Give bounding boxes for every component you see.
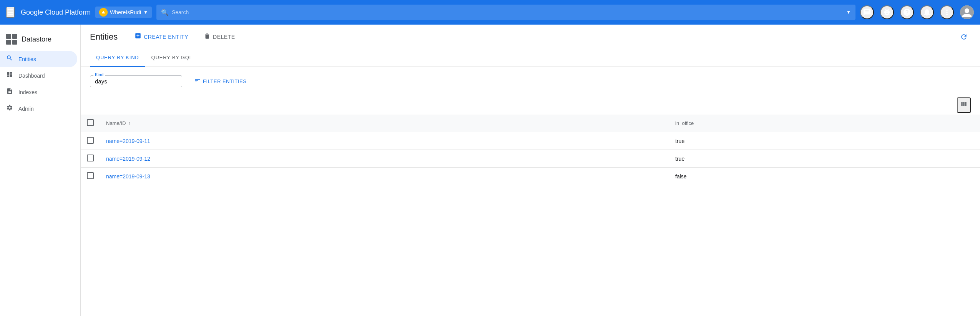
row-name-0[interactable]: name=2019-09-11 bbox=[100, 132, 669, 150]
tab-query-by-gql[interactable]: QUERY BY GQL bbox=[145, 49, 199, 67]
dashboard-icon bbox=[6, 71, 13, 80]
column-header-name[interactable]: Name/ID ↑ bbox=[100, 115, 669, 132]
admin-icon bbox=[6, 104, 13, 113]
kind-value: days bbox=[95, 78, 107, 85]
sidebar-item-dashboard[interactable]: Dashboard bbox=[0, 67, 77, 84]
kind-field[interactable]: Kind days bbox=[90, 75, 182, 87]
page-title: Entities bbox=[90, 32, 118, 42]
tab-query-by-kind[interactable]: QUERY BY KIND bbox=[90, 49, 145, 67]
feedback-icon[interactable] bbox=[860, 5, 874, 19]
nav-left: ☰ Google Cloud Platform bbox=[6, 7, 91, 18]
project-name: WhereIsRudi bbox=[110, 9, 141, 15]
table-row: name=2019-09-13 false bbox=[81, 168, 980, 185]
help-icon[interactable] bbox=[900, 5, 914, 19]
column-chooser-row bbox=[81, 96, 980, 115]
row-in-office-2: false bbox=[669, 168, 980, 185]
main-content: Entities CREATE ENTITY DELETE QUERY BY K… bbox=[81, 25, 980, 316]
sidebar-item-indexes-label: Indexes bbox=[18, 89, 37, 95]
delete-icon bbox=[204, 33, 211, 41]
search-input[interactable] bbox=[172, 9, 843, 15]
hamburger-button[interactable]: ☰ bbox=[6, 7, 15, 18]
nav-right bbox=[860, 5, 974, 19]
entity-table: Name/ID ↑ in_office nam bbox=[81, 115, 980, 185]
row-name-2[interactable]: name=2019-09-13 bbox=[100, 168, 669, 185]
row-checkbox-2[interactable] bbox=[87, 172, 94, 179]
column-header-in-office[interactable]: in_office bbox=[669, 115, 980, 132]
row-checkbox-cell-1 bbox=[81, 150, 100, 168]
filter-icon bbox=[194, 78, 201, 85]
row-checkbox-0[interactable] bbox=[87, 137, 94, 144]
table-header-row: Name/ID ↑ in_office bbox=[81, 115, 980, 132]
query-tabs: QUERY BY KIND QUERY BY GQL bbox=[81, 49, 980, 67]
row-checkbox-cell-0 bbox=[81, 132, 100, 150]
entities-header: Entities CREATE ENTITY DELETE bbox=[81, 25, 980, 49]
row-checkbox-1[interactable] bbox=[87, 155, 94, 161]
datastore-icon bbox=[6, 34, 17, 45]
search-bar: 🔍 ▼ bbox=[156, 5, 855, 20]
top-nav: ☰ Google Cloud Platform WhereIsRudi ▼ 🔍 … bbox=[0, 0, 980, 25]
filter-entities-label: FILTER ENTITIES bbox=[203, 78, 246, 84]
select-all-checkbox[interactable] bbox=[87, 119, 94, 126]
app-title: Google Cloud Platform bbox=[21, 8, 91, 17]
row-in-office-1: true bbox=[669, 150, 980, 168]
query-section: Kind days FILTER ENTITIES bbox=[81, 67, 980, 96]
notifications-icon[interactable] bbox=[920, 5, 934, 19]
project-avatar bbox=[99, 8, 108, 17]
project-chevron-icon: ▼ bbox=[143, 10, 148, 15]
table-row: name=2019-09-12 true bbox=[81, 150, 980, 168]
indexes-icon bbox=[6, 88, 13, 96]
kind-label: Kind bbox=[93, 72, 105, 77]
delete-label: DELETE bbox=[213, 34, 235, 40]
sidebar-item-indexes[interactable]: Indexes bbox=[0, 84, 77, 100]
search-icon: 🔍 bbox=[161, 9, 169, 16]
column-chooser-button[interactable] bbox=[957, 97, 971, 113]
entities-icon bbox=[6, 55, 13, 63]
row-in-office-0: true bbox=[669, 132, 980, 150]
filter-entities-button[interactable]: FILTER ENTITIES bbox=[191, 75, 249, 88]
create-icon bbox=[135, 32, 141, 41]
sidebar-item-dashboard-label: Dashboard bbox=[18, 73, 45, 79]
delete-button[interactable]: DELETE bbox=[199, 30, 239, 44]
more-options-icon[interactable] bbox=[940, 5, 954, 19]
search-dropdown-icon[interactable]: ▼ bbox=[846, 10, 851, 15]
sidebar-item-entities[interactable]: Entities bbox=[0, 51, 77, 67]
project-selector[interactable]: WhereIsRudi ▼ bbox=[95, 7, 152, 18]
header-checkbox-cell bbox=[81, 115, 100, 132]
sidebar: Datastore Entities Dashboard Indexes Adm bbox=[0, 25, 81, 316]
refresh-button[interactable] bbox=[957, 30, 971, 44]
create-entity-label: CREATE ENTITY bbox=[144, 34, 188, 40]
sidebar-item-entities-label: Entities bbox=[18, 56, 36, 62]
sidebar-title: Datastore bbox=[22, 35, 51, 43]
row-checkbox-cell-2 bbox=[81, 168, 100, 185]
bug-icon[interactable] bbox=[880, 5, 894, 19]
sidebar-item-admin-label: Admin bbox=[18, 106, 34, 112]
entity-table-wrapper: Name/ID ↑ in_office nam bbox=[81, 115, 980, 185]
table-row: name=2019-09-11 true bbox=[81, 132, 980, 150]
row-name-1[interactable]: name=2019-09-12 bbox=[100, 150, 669, 168]
sidebar-item-admin[interactable]: Admin bbox=[0, 100, 77, 117]
sidebar-header: Datastore bbox=[0, 29, 80, 51]
create-entity-button[interactable]: CREATE ENTITY bbox=[130, 29, 193, 44]
sort-ascending-icon: ↑ bbox=[128, 121, 130, 126]
user-avatar[interactable] bbox=[960, 5, 974, 19]
main-layout: Datastore Entities Dashboard Indexes Adm bbox=[0, 25, 980, 316]
